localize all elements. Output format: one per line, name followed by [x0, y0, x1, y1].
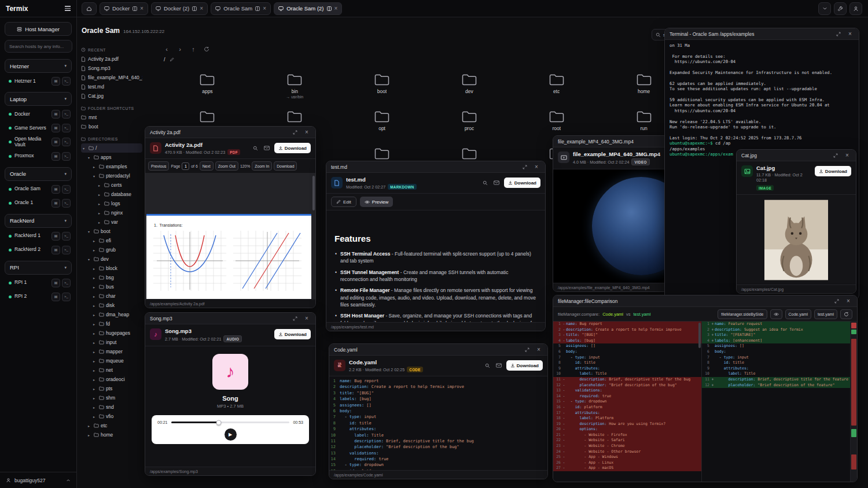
tree-chevron-icon[interactable]	[93, 165, 97, 169]
search-icon[interactable]	[481, 179, 490, 187]
directory-tree-item[interactable]: certs	[81, 180, 142, 190]
markdown-preview[interactable]: Features SSH Terminal Access - Full-feat…	[326, 210, 545, 322]
expand-icon[interactable]	[832, 151, 840, 160]
directory-tree-item[interactable]: fd	[81, 319, 142, 328]
grid-folder-item[interactable]: bin → usr/bin	[251, 73, 339, 102]
window-header[interactable]: Code.yaml ×	[329, 344, 547, 356]
directory-tree-item[interactable]: snd	[81, 402, 142, 412]
mail-icon[interactable]	[263, 144, 271, 153]
zoom-out-button[interactable]: Zoom Out	[215, 161, 238, 171]
sidebar-item[interactable]: Hetzner 1 ▾ ▤ >_	[5, 75, 72, 88]
tree-chevron-icon[interactable]	[88, 156, 92, 160]
sidebar-item[interactable]: Oracle Sam ▾ ▤ >_	[5, 183, 72, 196]
tree-chevron-icon[interactable]	[93, 341, 97, 345]
split-view-icon[interactable]	[327, 6, 332, 11]
terminal-icon[interactable]: >_	[62, 110, 71, 119]
close-tab-icon[interactable]: ×	[200, 6, 203, 12]
download-button[interactable]: Download	[504, 178, 540, 188]
sidebar-item[interactable]: Laptop ▾ ▤ >_	[5, 92, 72, 106]
file-manager-icon[interactable]: ▤	[52, 232, 60, 241]
session-tab[interactable]: Docker (2) ×	[151, 2, 208, 15]
expand-icon[interactable]	[521, 163, 529, 171]
tree-chevron-icon[interactable]	[93, 174, 97, 178]
diff-minimap[interactable]	[851, 321, 857, 482]
tree-chevron-icon[interactable]	[93, 331, 97, 335]
scrollbar[interactable]	[698, 323, 701, 348]
user-menu[interactable]: bugattiguy527	[0, 472, 76, 488]
host-search-input[interactable]	[5, 40, 72, 53]
download-button[interactable]: Download	[274, 329, 311, 339]
tree-chevron-icon[interactable]	[98, 183, 102, 187]
grid-folder-item[interactable]: apps	[164, 73, 251, 102]
file-manager-icon[interactable]: ▤	[52, 279, 60, 287]
toggle-view-button[interactable]	[770, 309, 782, 319]
tree-chevron-icon[interactable]	[93, 396, 97, 400]
close-icon[interactable]: ×	[303, 315, 311, 323]
file-manager-icon[interactable]: ▤	[52, 110, 60, 119]
window-header[interactable]: test.md ×	[326, 161, 545, 173]
directory-tree-item[interactable]: var	[81, 217, 142, 227]
edit-tab[interactable]: Edit	[331, 197, 356, 207]
terminal-icon[interactable]: >_	[62, 152, 71, 161]
tree-chevron-icon[interactable]	[93, 359, 97, 363]
directory-tree-item[interactable]: pts	[81, 384, 142, 393]
side-by-side-button[interactable]: fileManager.sideBySide	[718, 309, 767, 319]
terminal-icon[interactable]: >_	[62, 279, 71, 287]
edit-path-icon[interactable]	[170, 57, 174, 62]
search-icon[interactable]	[483, 361, 492, 370]
tree-chevron-icon[interactable]	[93, 322, 97, 326]
file-manager-icon[interactable]: ▤	[52, 246, 60, 254]
directory-tree-item[interactable]: vfio	[81, 412, 142, 421]
grid-folder-item[interactable]: proc	[425, 110, 513, 139]
diff-pane-right[interactable]: 1 + name: Feature request 2 + descriptio…	[702, 321, 851, 482]
tree-chevron-icon[interactable]	[93, 294, 97, 298]
code-editor[interactable]: 1 name: Bug report 2 description: Create…	[329, 376, 547, 470]
directory-tree-item[interactable]: pterodactyl	[81, 171, 142, 180]
file-manager-icon[interactable]: ▤	[52, 152, 60, 161]
expand-icon[interactable]	[833, 297, 841, 305]
close-icon[interactable]: ×	[843, 151, 851, 160]
tree-chevron-icon[interactable]	[93, 313, 97, 317]
close-tab-icon[interactable]: ×	[263, 6, 266, 12]
up-icon[interactable]: ↑	[189, 45, 197, 53]
sidebar-item[interactable]: RPI 2 ▾ ▤ >_	[5, 290, 72, 304]
diff-pane-left[interactable]: 1 - name: Bug report 2 - description: Cr…	[553, 321, 702, 482]
close-icon[interactable]: ×	[303, 128, 311, 136]
sidebar-item[interactable]: RackNerd 1 ▾ ▤ >_	[5, 230, 72, 243]
file-manager-icon[interactable]: ▤	[52, 185, 60, 194]
breadcrumb[interactable]: /	[164, 57, 174, 62]
search-icon[interactable]	[251, 144, 260, 153]
terminal-icon[interactable]: >_	[62, 77, 71, 86]
tree-chevron-icon[interactable]	[93, 239, 97, 243]
tree-chevron-icon[interactable]	[93, 304, 97, 308]
tree-chevron-icon[interactable]	[93, 276, 97, 280]
directory-tree-item[interactable]: block	[81, 264, 142, 273]
pdf-page-view[interactable]: 1. Translations:	[145, 173, 315, 299]
directory-tree-item[interactable]: dev	[81, 254, 142, 264]
tree-chevron-icon[interactable]	[93, 350, 97, 354]
tree-chevron-icon[interactable]	[88, 433, 92, 437]
pdf-download-button[interactable]: Download	[274, 161, 297, 171]
split-view-icon[interactable]	[192, 6, 197, 11]
play-button[interactable]: ▶	[225, 428, 237, 441]
directory-tree-item[interactable]: net	[81, 365, 142, 375]
directory-tree-item[interactable]: /	[81, 143, 142, 153]
sidebar-item[interactable]: Hetzner ▾ ▤ >_	[5, 59, 72, 73]
tree-chevron-icon[interactable]	[93, 378, 97, 382]
forward-icon[interactable]: ›	[176, 45, 184, 53]
directory-tree-item[interactable]: disk	[81, 301, 142, 310]
host-manager-button[interactable]: Host Manager	[5, 22, 72, 36]
recent-file-item[interactable]: Song.mp3	[81, 64, 142, 73]
directory-tree-item[interactable]: apps	[81, 153, 142, 162]
zoom-in-button[interactable]: Zoom In	[252, 161, 272, 171]
menu-icon[interactable]	[65, 6, 71, 10]
folder-shortcut-item[interactable]: boot	[81, 122, 142, 131]
page-number-input[interactable]: 1	[182, 162, 189, 170]
directory-tree-item[interactable]: char	[81, 291, 142, 301]
sidebar-item[interactable]: Open Media Vault ▾ ▤ >_	[5, 135, 72, 149]
tree-chevron-icon[interactable]	[98, 202, 102, 206]
sidebar-item[interactable]: RPI ▾ ▤ >_	[5, 261, 72, 275]
recent-file-item[interactable]: test.md	[81, 82, 142, 91]
sidebar-item[interactable]: RackNerd 2 ▾ ▤ >_	[5, 243, 72, 257]
directory-tree-item[interactable]: oradeoci	[81, 375, 142, 384]
